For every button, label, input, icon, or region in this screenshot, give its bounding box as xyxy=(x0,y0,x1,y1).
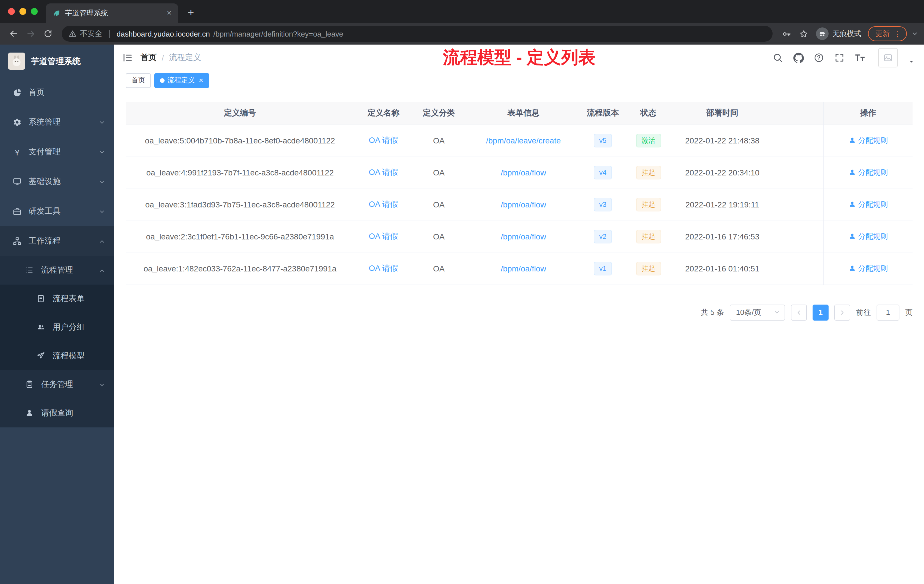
sidebar-logo[interactable]: 芋道管理系统 xyxy=(0,45,114,78)
form-info-link[interactable]: /bpm/oa/flow xyxy=(501,232,546,241)
chevron-down-icon[interactable] xyxy=(911,30,918,37)
breadcrumb-home[interactable]: 首页 xyxy=(140,53,157,63)
assign-rule-button[interactable]: 分配规则 xyxy=(848,200,888,210)
col-spacer xyxy=(772,102,823,125)
browser-tab[interactable]: 芋道管理系统 × xyxy=(46,3,178,23)
version-badge: v2 xyxy=(594,230,612,243)
sidebar-item-payment[interactable]: ¥ 支付管理 xyxy=(0,137,114,167)
page-number-button[interactable]: 1 xyxy=(813,304,828,320)
next-page-button[interactable] xyxy=(834,304,850,320)
sidebar-item-label: 研发工具 xyxy=(28,206,61,216)
monitor-icon xyxy=(13,177,22,186)
new-tab-button[interactable]: + xyxy=(183,5,199,21)
assign-rule-button[interactable]: 分配规则 xyxy=(848,135,888,146)
close-window-button[interactable] xyxy=(8,8,15,15)
caret-down-icon[interactable] xyxy=(908,58,915,65)
assign-rule-button[interactable]: 分配规则 xyxy=(848,264,888,274)
users-icon xyxy=(36,323,46,332)
form-info-link[interactable]: /bpm/oa/flow xyxy=(501,168,546,177)
tag-home[interactable]: 首页 xyxy=(126,73,151,88)
github-icon[interactable] xyxy=(792,52,804,63)
address-bar[interactable]: 不安全 dashboard.yudao.iocoder.cn/bpm/manag… xyxy=(62,26,772,42)
definition-name-link[interactable]: OA 请假 xyxy=(369,135,398,145)
favicon-icon xyxy=(53,9,61,17)
table-row: oa_leave:5:004b710b-7b8a-11ec-8ef0-acde4… xyxy=(126,125,912,157)
form-info-link[interactable]: /bpm/oa/flow xyxy=(501,200,546,209)
table-row: oa_leave:3:1fad3d93-7b75-11ec-a3c8-acde4… xyxy=(126,188,912,221)
navbar: 首页 / 流程定义 xyxy=(114,45,924,71)
user-icon xyxy=(848,201,856,208)
user-icon xyxy=(848,233,856,240)
help-icon[interactable] xyxy=(813,52,825,63)
sidebar-item-label: 任务管理 xyxy=(41,379,73,390)
maximize-window-button[interactable] xyxy=(31,8,38,15)
version-badge: v4 xyxy=(594,166,612,180)
sidebar-item-process-mgmt[interactable]: 流程管理 xyxy=(0,256,114,285)
goto-page-input[interactable] xyxy=(876,304,899,320)
cell-spacer xyxy=(772,252,823,285)
chevron-down-icon xyxy=(99,381,105,388)
navbar-actions xyxy=(772,48,915,68)
sidebar-item-leave-query[interactable]: 请假查询 xyxy=(0,399,114,427)
bookmark-star-icon[interactable] xyxy=(795,26,812,42)
status-badge: 挂起 xyxy=(636,230,661,243)
key-icon[interactable] xyxy=(778,26,794,42)
definition-name-link[interactable]: OA 请假 xyxy=(369,264,398,272)
sidebar-item-process-form[interactable]: 流程表单 xyxy=(0,285,114,313)
status-badge: 挂起 xyxy=(636,198,661,211)
sidebar-item-process-model[interactable]: 流程模型 xyxy=(0,342,114,370)
sidebar-item-user-group[interactable]: 用户分组 xyxy=(0,313,114,342)
chevron-down-icon xyxy=(99,149,105,155)
definition-table: 定义编号 定义名称 定义分类 表单信息 流程版本 状态 部署时间 操作 xyxy=(126,102,912,285)
avatar[interactable] xyxy=(878,48,898,68)
form-info-link[interactable]: /bpm/oa/leave/create xyxy=(486,136,561,145)
cell-definition-id: oa_leave:2:3c1f0ef1-76b1-11ec-9c66-a2380… xyxy=(126,221,354,252)
user-icon xyxy=(848,265,856,272)
version-badge: v3 xyxy=(594,198,612,211)
browser-update-button[interactable]: 更新 ⋮ xyxy=(868,26,907,41)
definition-name-link[interactable]: OA 请假 xyxy=(369,200,398,209)
col-definition-name: 定义名称 xyxy=(354,102,412,125)
close-icon[interactable]: × xyxy=(199,77,203,84)
reload-icon[interactable] xyxy=(40,26,56,42)
cell-spacer xyxy=(772,125,823,157)
fullscreen-icon[interactable] xyxy=(834,52,845,63)
table-row: oa_leave:1:482ec033-762a-11ec-8477-a2380… xyxy=(126,252,912,285)
back-icon[interactable] xyxy=(6,26,22,42)
font-size-icon[interactable] xyxy=(854,52,866,63)
screen: 芋道管理系统 × + 不安全 dashboard.yudao.iocoder.c… xyxy=(0,0,924,584)
cell-definition-id: oa_leave:4:991f2193-7b7f-11ec-a3c8-acde4… xyxy=(126,157,354,188)
col-status: 状态 xyxy=(624,102,673,125)
sidebar-item-task-mgmt[interactable]: 任务管理 xyxy=(0,370,114,399)
definition-name-link[interactable]: OA 请假 xyxy=(369,167,398,177)
app-title: 芋道管理系统 xyxy=(31,56,81,66)
assign-rule-button[interactable]: 分配规则 xyxy=(848,231,888,242)
sidebar-item-infrastructure[interactable]: 基础设施 xyxy=(0,167,114,196)
dashboard-icon xyxy=(13,88,22,97)
sidebar-item-workflow[interactable]: 工作流程 xyxy=(0,226,114,256)
col-form-info: 表单信息 xyxy=(465,102,582,125)
sidebar-item-devtools[interactable]: 研发工具 xyxy=(0,196,114,226)
hamburger-icon[interactable] xyxy=(114,45,140,71)
forward-icon[interactable] xyxy=(23,26,39,42)
col-process-version: 流程版本 xyxy=(582,102,624,125)
tag-label: 流程定义 xyxy=(167,76,195,85)
assign-rule-button[interactable]: 分配规则 xyxy=(848,167,888,178)
list-icon xyxy=(25,266,34,275)
sidebar-item-label: 流程管理 xyxy=(41,265,73,276)
sidebar-item-home[interactable]: 首页 xyxy=(0,78,114,107)
prev-page-button[interactable] xyxy=(791,304,807,320)
page-size-value: 10条/页 xyxy=(736,307,761,317)
sidebar-item-system[interactable]: 系统管理 xyxy=(0,107,114,137)
toolbox-icon xyxy=(13,207,22,216)
tab-close-icon[interactable]: × xyxy=(165,8,174,18)
definition-name-link[interactable]: OA 请假 xyxy=(369,231,398,241)
page-size-select[interactable]: 10条/页 xyxy=(730,304,785,320)
version-badge: v1 xyxy=(594,262,612,276)
tag-process-definition[interactable]: 流程定义 × xyxy=(154,73,209,88)
search-icon[interactable] xyxy=(772,52,784,63)
minimize-window-button[interactable] xyxy=(20,8,26,15)
sidebar-item-label: 系统管理 xyxy=(28,117,61,127)
col-actions: 操作 xyxy=(823,102,912,125)
form-info-link[interactable]: /bpm/oa/flow xyxy=(501,264,546,273)
